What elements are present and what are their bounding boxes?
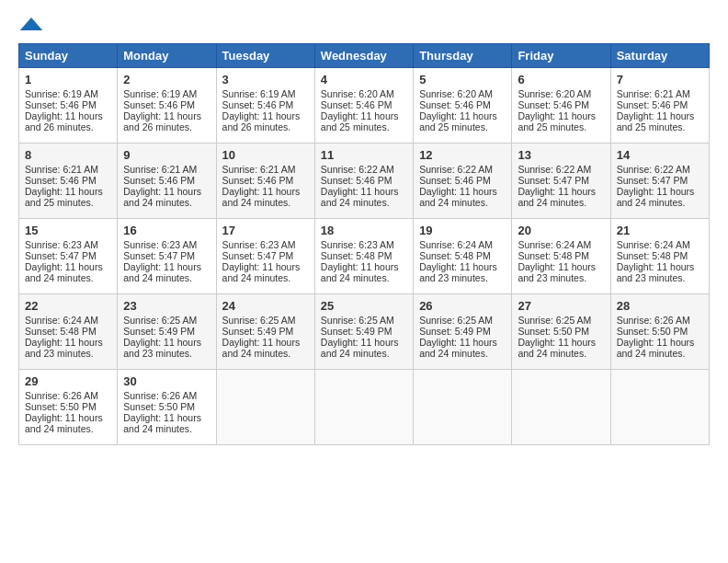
day-info-line: and 24 minutes. [518, 197, 604, 208]
day-info-line: and 25 minutes. [25, 197, 111, 208]
day-info-line: Daylight: 11 hours [617, 110, 703, 121]
calendar-table: SundayMondayTuesdayWednesdayThursdayFrid… [18, 43, 710, 445]
logo-icon [18, 16, 44, 32]
weekday-header-saturday: Saturday [610, 44, 709, 68]
calendar-cell: 26Sunrise: 6:25 AMSunset: 5:49 PMDayligh… [414, 294, 512, 370]
day-info-line: Daylight: 11 hours [222, 110, 309, 121]
day-info-line: Daylight: 11 hours [321, 110, 407, 121]
day-number: 11 [321, 148, 407, 162]
day-info-line: and 24 minutes. [123, 423, 210, 434]
day-number: 28 [617, 299, 703, 313]
day-number: 7 [617, 73, 703, 86]
calendar-cell [512, 370, 610, 445]
calendar-row-5: 29Sunrise: 6:26 AMSunset: 5:50 PMDayligh… [19, 370, 710, 445]
day-info-line: Sunrise: 6:25 AM [321, 315, 407, 326]
day-info-line: Daylight: 11 hours [25, 412, 111, 423]
day-number: 24 [222, 299, 309, 313]
day-info-line: Sunset: 5:46 PM [419, 99, 506, 110]
day-info-line: and 23 minutes. [25, 348, 111, 359]
day-info-line: Sunrise: 6:24 AM [25, 315, 111, 326]
day-number: 30 [123, 374, 210, 388]
day-info-line: Daylight: 11 hours [123, 110, 210, 121]
weekday-header-tuesday: Tuesday [216, 44, 314, 68]
day-info-line: Sunset: 5:46 PM [617, 99, 703, 110]
calendar-cell: 18Sunrise: 6:23 AMSunset: 5:48 PMDayligh… [314, 219, 413, 294]
weekday-header-thursday: Thursday [414, 44, 512, 68]
calendar-cell: 22Sunrise: 6:24 AMSunset: 5:48 PMDayligh… [19, 294, 118, 370]
calendar-cell: 3Sunrise: 6:19 AMSunset: 5:46 PMDaylight… [216, 68, 314, 144]
day-number: 6 [518, 73, 604, 86]
day-info-line: and 24 minutes. [617, 197, 703, 208]
day-info-line: and 23 minutes. [123, 348, 210, 359]
day-info-line: Daylight: 11 hours [321, 261, 407, 272]
day-info-line: and 24 minutes. [617, 348, 703, 359]
day-info-line: and 24 minutes. [222, 348, 309, 359]
day-info-line: Sunset: 5:47 PM [222, 250, 309, 261]
calendar-cell [610, 370, 709, 445]
day-info-line: Daylight: 11 hours [222, 261, 309, 272]
day-info-line: Sunset: 5:50 PM [518, 326, 604, 337]
calendar-cell: 17Sunrise: 6:23 AMSunset: 5:47 PMDayligh… [216, 219, 314, 294]
day-number: 16 [123, 224, 210, 237]
day-info-line: and 23 minutes. [617, 272, 703, 283]
day-info-line: Sunset: 5:49 PM [321, 326, 407, 337]
calendar-cell: 11Sunrise: 6:22 AMSunset: 5:46 PMDayligh… [314, 144, 413, 219]
calendar-row-3: 15Sunrise: 6:23 AMSunset: 5:47 PMDayligh… [19, 219, 710, 294]
calendar-cell: 15Sunrise: 6:23 AMSunset: 5:47 PMDayligh… [19, 219, 118, 294]
day-info-line: Sunset: 5:46 PM [321, 99, 407, 110]
day-number: 22 [25, 299, 111, 313]
day-info-line: Sunset: 5:50 PM [617, 326, 703, 337]
header [18, 15, 710, 32]
day-info-line: Sunrise: 6:21 AM [617, 88, 703, 99]
day-info-line: Daylight: 11 hours [25, 110, 111, 121]
day-info-line: Sunset: 5:50 PM [123, 401, 210, 412]
day-info-line: and 24 minutes. [518, 348, 604, 359]
day-info-line: and 24 minutes. [222, 272, 309, 283]
day-info-line: Sunrise: 6:23 AM [25, 239, 111, 250]
day-number: 19 [419, 224, 506, 237]
calendar-cell: 7Sunrise: 6:21 AMSunset: 5:46 PMDaylight… [610, 68, 709, 144]
day-info-line: and 23 minutes. [518, 272, 604, 283]
day-info-line: Sunrise: 6:25 AM [419, 315, 506, 326]
day-info-line: Daylight: 11 hours [25, 261, 111, 272]
day-info-line: Sunrise: 6:21 AM [25, 164, 111, 175]
day-info-line: Sunset: 5:46 PM [222, 175, 309, 186]
day-info-line: and 26 minutes. [123, 121, 210, 132]
calendar-row-1: 1Sunrise: 6:19 AMSunset: 5:46 PMDaylight… [19, 68, 710, 144]
calendar-cell: 28Sunrise: 6:26 AMSunset: 5:50 PMDayligh… [610, 294, 709, 370]
day-info-line: Daylight: 11 hours [25, 337, 111, 348]
day-info-line: Daylight: 11 hours [222, 337, 309, 348]
day-info-line: and 25 minutes. [617, 121, 703, 132]
day-info-line: Sunrise: 6:20 AM [518, 88, 604, 99]
day-info-line: Daylight: 11 hours [617, 261, 703, 272]
day-info-line: Sunrise: 6:25 AM [123, 315, 210, 326]
weekday-header-monday: Monday [118, 44, 216, 68]
page-container: SundayMondayTuesdayWednesdayThursdayFrid… [0, 0, 728, 454]
logo [18, 15, 46, 32]
day-info-line: and 26 minutes. [222, 121, 309, 132]
day-info-line: and 24 minutes. [321, 197, 407, 208]
day-info-line: Sunrise: 6:20 AM [321, 88, 407, 99]
day-number: 25 [321, 299, 407, 313]
day-number: 10 [222, 148, 309, 162]
day-info-line: Daylight: 11 hours [321, 186, 407, 197]
day-info-line: Sunrise: 6:21 AM [222, 164, 309, 175]
day-number: 2 [123, 73, 210, 86]
day-info-line: Sunrise: 6:25 AM [518, 315, 604, 326]
calendar-cell: 9Sunrise: 6:21 AMSunset: 5:46 PMDaylight… [118, 144, 216, 219]
day-info-line: and 24 minutes. [419, 197, 506, 208]
calendar-cell: 14Sunrise: 6:22 AMSunset: 5:47 PMDayligh… [610, 144, 709, 219]
day-info-line: Sunrise: 6:19 AM [123, 88, 210, 99]
day-info-line: Sunrise: 6:19 AM [25, 88, 111, 99]
day-info-line: Daylight: 11 hours [518, 186, 604, 197]
day-info-line: Daylight: 11 hours [419, 110, 506, 121]
day-info-line: and 24 minutes. [123, 197, 210, 208]
day-info-line: Sunrise: 6:25 AM [222, 315, 309, 326]
calendar-cell: 10Sunrise: 6:21 AMSunset: 5:46 PMDayligh… [216, 144, 314, 219]
day-info-line: Daylight: 11 hours [518, 337, 604, 348]
day-number: 9 [123, 148, 210, 162]
day-info-line: Sunrise: 6:24 AM [617, 239, 703, 250]
weekday-header-sunday: Sunday [19, 44, 118, 68]
day-number: 1 [25, 73, 111, 86]
day-info-line: Daylight: 11 hours [321, 337, 407, 348]
